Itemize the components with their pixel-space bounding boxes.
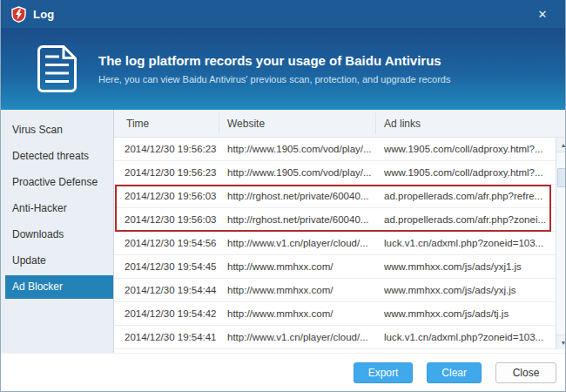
scroll-down-icon[interactable]: ▼ bbox=[556, 335, 566, 349]
cell-time: 2014/12/30 19:56:23 bbox=[125, 167, 227, 178]
clear-button[interactable]: Clear bbox=[427, 362, 482, 383]
cell-website: http://www.v1.cn/player/cloud/... bbox=[227, 238, 384, 248]
cell-website: http://www.mmhxx.com/ bbox=[227, 261, 384, 272]
table-row[interactable]: 2014/12/30 19:54:41 http://www.v1.cn/pla… bbox=[114, 326, 566, 349]
sidebar: Virus Scan Detected threats Proactive De… bbox=[1, 110, 114, 353]
sidebar-item-label: Ad Blocker bbox=[12, 280, 63, 293]
sidebar-item-label: Virus Scan bbox=[12, 124, 63, 136]
scrollbar-thumb[interactable] bbox=[557, 168, 566, 187]
cell-ad-link: www.1905.com/coll/adproxy.html?... bbox=[384, 167, 551, 178]
sidebar-item-label: Downloads bbox=[12, 228, 64, 240]
cell-ad-link: ad.propellerads.com/afr.php?zonei... bbox=[384, 214, 551, 225]
table-row-highlighted[interactable]: 2014/12/30 19:56:03 http://rghost.net/pr… bbox=[114, 208, 566, 232]
log-document-icon bbox=[36, 44, 77, 93]
column-separator bbox=[375, 112, 376, 134]
cell-ad-link: www.mmhxx.com/js/ads/tj.js bbox=[384, 308, 551, 319]
cell-ad-link: www.mmhxx.com/js/ads/yxj1.js bbox=[384, 261, 551, 272]
sidebar-item-label: Detected threats bbox=[12, 150, 89, 162]
banner: The log platform records your usage of B… bbox=[1, 28, 565, 110]
cell-time: 2014/12/30 19:56:03 bbox=[125, 214, 227, 225]
cell-time: 2014/12/30 19:54:42 bbox=[125, 308, 227, 319]
banner-subtitle: Here, you can view Baidu Antivirus' prev… bbox=[98, 74, 450, 84]
banner-text: The log platform records your usage of B… bbox=[98, 53, 450, 84]
cell-time: 2014/12/30 19:54:41 bbox=[125, 332, 227, 342]
cell-ad-link: www.mmhxx.com/js/ads/yxj.js bbox=[384, 285, 551, 295]
baidu-shield-icon bbox=[11, 6, 26, 23]
cell-website: http://www.mmhxx.com/ bbox=[227, 285, 384, 295]
cell-website: http://rghost.net/private/60040... bbox=[227, 214, 384, 225]
table-row[interactable]: 2014/12/30 19:56:23 http://www.1905.com/… bbox=[114, 138, 566, 161]
table-row[interactable]: 2014/12/30 19:54:56 http://www.v1.cn/pla… bbox=[114, 232, 566, 255]
cell-time: 2014/12/30 19:54:45 bbox=[125, 261, 227, 272]
cell-ad-link: luck.v1.cn/adxml.php?zoneid=103... bbox=[384, 238, 551, 248]
sidebar-item-label: Update bbox=[12, 254, 46, 267]
table-header: Time Website Ad links bbox=[114, 110, 566, 138]
table-row[interactable]: 2014/12/30 19:56:23 http://www.1905.com/… bbox=[114, 161, 566, 185]
cell-website: http://www.1905.com/vod/play/... bbox=[227, 167, 384, 178]
log-table: Time Website Ad links 2014/12/30 19:56:2… bbox=[114, 110, 566, 353]
cell-time: 2014/12/30 19:54:56 bbox=[125, 238, 227, 248]
content: Virus Scan Detected threats Proactive De… bbox=[1, 110, 565, 353]
cell-website: http://www.mmhxx.com/ bbox=[227, 308, 384, 319]
cell-ad-link: ad.propellerads.com/afr.php?refre... bbox=[384, 191, 551, 201]
sidebar-item-virus-scan[interactable]: Virus Scan bbox=[5, 118, 113, 142]
close-button[interactable]: Close bbox=[495, 362, 556, 383]
cell-ad-link: luck.v1.cn/adxml.php?zoneid=103... bbox=[384, 332, 551, 342]
column-header-ad-links: Ad links bbox=[384, 118, 566, 130]
cell-ad-link: www.1905.com/coll/adproxy.html?... bbox=[384, 144, 551, 154]
cell-website: http://www.v1.cn/player/cloud/... bbox=[227, 332, 384, 342]
close-icon[interactable]: ✕ bbox=[532, 0, 553, 28]
column-header-time: Time bbox=[126, 118, 227, 130]
log-window: Log ✕ The log platform records your usag… bbox=[0, 0, 566, 392]
titlebar: Log ✕ bbox=[1, 0, 565, 28]
cell-time: 2014/12/30 19:56:03 bbox=[125, 191, 227, 201]
column-separator bbox=[219, 112, 219, 134]
column-header-website: Website bbox=[227, 118, 384, 130]
window-title: Log bbox=[33, 8, 54, 21]
export-button[interactable]: Export bbox=[354, 362, 414, 383]
sidebar-item-ad-blocker[interactable]: Ad Blocker bbox=[5, 275, 113, 299]
cell-time: 2014/12/30 19:54:44 bbox=[125, 285, 227, 295]
sidebar-item-update[interactable]: Update bbox=[5, 249, 113, 273]
cell-time: 2014/12/30 19:56:23 bbox=[125, 144, 227, 154]
sidebar-item-proactive-defense[interactable]: Proactive Defense bbox=[5, 171, 113, 194]
sidebar-item-label: Anti-Hacker bbox=[12, 202, 67, 214]
banner-title: The log platform records your usage of B… bbox=[98, 53, 450, 68]
table-row[interactable]: 2014/12/30 19:54:45 http://www.mmhxx.com… bbox=[114, 255, 566, 279]
table-row[interactable]: 2014/12/30 19:54:44 http://www.mmhxx.com… bbox=[114, 279, 566, 302]
table-row-highlighted[interactable]: 2014/12/30 19:56:03 http://rghost.net/pr… bbox=[114, 185, 566, 208]
sidebar-item-detected-threats[interactable]: Detected threats bbox=[5, 145, 113, 168]
cell-website: http://www.1905.com/vod/play/... bbox=[227, 144, 384, 154]
table-row[interactable]: 2014/12/30 19:54:42 http://www.mmhxx.com… bbox=[114, 302, 566, 326]
footer: Export Clear Close bbox=[1, 353, 565, 392]
scroll-up-icon[interactable]: ▲ bbox=[556, 138, 566, 152]
sidebar-item-label: Proactive Defense bbox=[12, 176, 98, 188]
sidebar-item-downloads[interactable]: Downloads bbox=[5, 223, 113, 247]
sidebar-item-anti-hacker[interactable]: Anti-Hacker bbox=[5, 197, 113, 220]
table-body: 2014/12/30 19:56:23 http://www.1905.com/… bbox=[114, 138, 566, 349]
cell-website: http://rghost.net/private/60040... bbox=[227, 191, 384, 201]
vertical-scrollbar[interactable]: ▲ ▼ bbox=[556, 138, 566, 349]
